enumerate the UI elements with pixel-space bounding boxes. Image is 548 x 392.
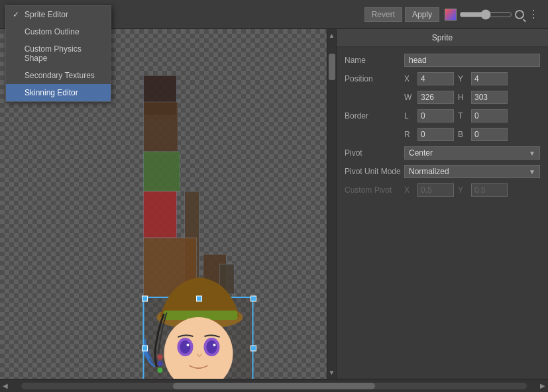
svg-point-19: [158, 361, 163, 366]
pivot-mode-dropdown-container: Normalized ▼: [404, 165, 540, 178]
scroll-up-arrow[interactable]: ▲: [327, 30, 336, 40]
menu-item-custom-physics-shape[interactable]: Custom Physics Shape: [6, 40, 111, 67]
svg-rect-1: [144, 102, 178, 152]
vertical-scrollbar-thumb[interactable]: [329, 54, 335, 80]
h-label: H: [458, 93, 467, 102]
menu-item-label: Skinning Editor: [25, 88, 78, 97]
border-r-input[interactable]: [417, 128, 454, 141]
sprite-properties: Name Position X Y W: [337, 47, 548, 379]
border-row-1: Border L T: [345, 109, 540, 122]
pivot-label: Pivot: [345, 148, 404, 158]
custom-pivot-row: Custom Pivot X Y: [345, 183, 540, 197]
pivot-unit-mode-row: Pivot Unit Mode Normalized ▼: [345, 165, 540, 178]
position-row-1: Position X Y: [345, 72, 540, 85]
t-label: T: [458, 111, 467, 121]
revert-button[interactable]: Revert: [364, 7, 402, 22]
border-label: Border: [345, 111, 404, 121]
vertical-scrollbar[interactable]: ▲ ▼: [327, 29, 336, 379]
menu-item-sprite-editor[interactable]: ✓ Sprite Editor: [6, 6, 111, 23]
svg-rect-24: [142, 346, 148, 351]
svg-point-17: [213, 344, 216, 346]
x-label: X: [404, 74, 413, 83]
sprite-panel-header: Sprite: [337, 29, 548, 47]
border-t-input[interactable]: [471, 109, 508, 122]
pivot-row: Pivot Center ▼: [345, 146, 540, 160]
pos-y-input[interactable]: [471, 72, 508, 85]
custom-pivot-x-label: X: [404, 185, 413, 195]
horizontal-scrollbar-thumb[interactable]: [173, 383, 375, 389]
svg-point-16: [207, 340, 217, 354]
position-xy: X Y: [404, 72, 508, 85]
pivot-unit-mode-label: Pivot Unit Mode: [345, 167, 404, 176]
bottom-bar: ◀ ▶: [0, 379, 548, 392]
position-row-2: W H: [345, 91, 540, 104]
pos-h-input[interactable]: [471, 91, 508, 104]
menu-item-label: Sprite Editor: [25, 10, 68, 19]
custom-pivot-y-input[interactable]: [471, 183, 508, 197]
scroll-left-arrow[interactable]: ◀: [3, 382, 8, 389]
l-label: L: [404, 111, 413, 121]
w-label: W: [404, 93, 413, 102]
border-row-2: R B: [345, 128, 540, 141]
menu-item-label: Custom Physics Shape: [25, 44, 104, 63]
b-label: B: [458, 130, 467, 139]
border-rb: R B: [404, 128, 508, 141]
dropdown-menu: ✓ Sprite Editor Custom Outline Custom Ph…: [5, 5, 111, 102]
svg-point-13: [180, 340, 191, 354]
pivot-mode-chevron-icon: ▼: [529, 168, 535, 175]
apply-button[interactable]: Apply: [405, 7, 439, 22]
svg-point-20: [158, 368, 163, 373]
position-wh: W H: [404, 91, 508, 104]
svg-rect-25: [251, 346, 256, 351]
border-b-input[interactable]: [471, 128, 508, 141]
svg-rect-22: [197, 296, 202, 301]
name-label: Name: [345, 56, 404, 65]
svg-point-18: [158, 354, 163, 360]
pos-x-input[interactable]: [417, 72, 454, 85]
pivot-unit-mode-dropdown[interactable]: Normalized ▼: [404, 165, 540, 178]
border-l-input[interactable]: [417, 109, 454, 122]
pos-w-input[interactable]: [417, 91, 454, 104]
r-label: R: [404, 130, 413, 139]
pivot-dropdown-container: Center ▼: [404, 146, 540, 160]
pivot-value: Center: [409, 148, 433, 158]
zoom-icon: [515, 10, 524, 19]
position-label: Position: [345, 74, 404, 83]
name-input[interactable]: [404, 54, 540, 67]
pivot-mode-value: Normalized: [409, 167, 449, 176]
custom-pivot-y-label: Y: [458, 185, 467, 195]
custom-pivot-label: Custom Pivot: [345, 185, 404, 195]
zoom-slider[interactable]: [459, 9, 512, 20]
pivot-dropdown[interactable]: Center ▼: [404, 146, 540, 160]
more-options-button[interactable]: ⋮: [524, 7, 543, 22]
menu-item-label: Custom Outline: [25, 27, 80, 36]
svg-point-14: [187, 344, 190, 346]
check-icon: ✓: [13, 10, 21, 19]
zoom-slider-container: [459, 9, 524, 20]
svg-rect-3: [144, 191, 177, 238]
name-row: Name: [345, 54, 540, 67]
pivot-chevron-icon: ▼: [529, 150, 535, 157]
menu-item-custom-outline[interactable]: Custom Outline: [6, 23, 111, 40]
menu-item-secondary-textures[interactable]: Secondary Textures: [6, 67, 111, 84]
custom-pivot-xy: X Y: [404, 183, 508, 197]
svg-rect-2: [144, 152, 180, 191]
scroll-down-arrow[interactable]: ▼: [327, 368, 336, 377]
name-value-container: [404, 54, 540, 67]
custom-pivot-x-input[interactable]: [417, 183, 454, 197]
svg-rect-23: [251, 296, 256, 301]
border-lt: L T: [404, 109, 508, 122]
svg-rect-21: [142, 296, 148, 301]
scroll-right-arrow[interactable]: ▶: [540, 382, 545, 389]
y-label: Y: [458, 74, 467, 83]
horizontal-scrollbar[interactable]: [21, 383, 527, 389]
menu-item-label: Secondary Textures: [25, 71, 95, 80]
color-icon: [445, 9, 457, 21]
menu-item-skinning-editor[interactable]: Skinning Editor: [6, 84, 111, 101]
right-panel: Sprite Name Position X Y: [336, 29, 548, 379]
